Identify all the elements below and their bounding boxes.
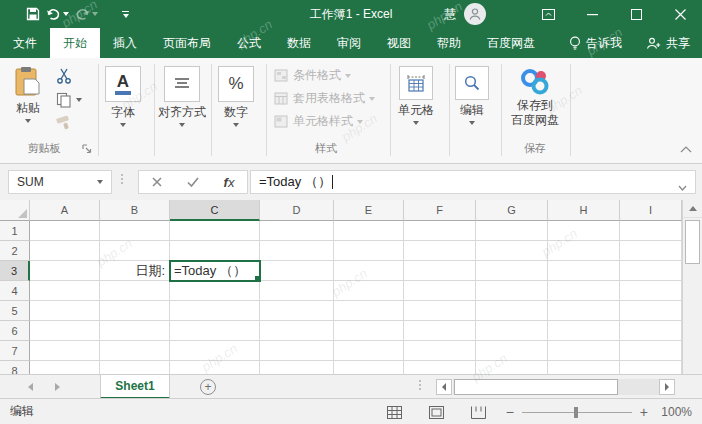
close-button[interactable] (658, 0, 702, 28)
cell-G6[interactable] (476, 321, 548, 341)
cell-C1[interactable] (170, 221, 260, 241)
name-box[interactable]: SUM (8, 170, 112, 194)
tab-view[interactable]: 视图 (374, 28, 424, 58)
cell-H4[interactable] (548, 281, 620, 301)
tab-formulas[interactable]: 公式 (224, 28, 274, 58)
tab-page-layout[interactable]: 页面布局 (150, 28, 224, 58)
cell-G4[interactable] (476, 281, 548, 301)
cell-A2[interactable] (30, 241, 100, 261)
sheet-tab-sheet1[interactable]: Sheet1 (100, 375, 170, 399)
column-header-H[interactable]: H (548, 200, 620, 221)
cell-C6[interactable] (170, 321, 260, 341)
tab-bar-splitter[interactable] (419, 380, 421, 390)
column-header-B[interactable]: B (100, 200, 170, 221)
cell-H7[interactable] (548, 341, 620, 361)
clipboard-dialog-launcher[interactable] (82, 143, 94, 155)
conditional-formatting-button[interactable]: 条件格式 (274, 67, 351, 84)
cell-E3[interactable] (334, 261, 404, 281)
row-header-2[interactable]: 2 (0, 241, 30, 261)
cell-C7[interactable] (170, 341, 260, 361)
cell-G1[interactable] (476, 221, 548, 241)
row-header-1[interactable]: 1 (0, 221, 30, 241)
cell-D4[interactable] (260, 281, 334, 301)
cell-A8[interactable] (30, 361, 100, 374)
cell-B1[interactable] (100, 221, 170, 241)
font-menu-button[interactable]: A 字体 (105, 66, 141, 127)
cell-G5[interactable] (476, 301, 548, 321)
scroll-right-button[interactable] (659, 379, 675, 395)
cell-F5[interactable] (404, 301, 476, 321)
share-button[interactable]: 共享 (634, 35, 702, 52)
column-header-C[interactable]: C (170, 200, 260, 221)
zoom-level[interactable]: 100% (648, 405, 692, 419)
cell-E4[interactable] (334, 281, 404, 301)
cell-E8[interactable] (334, 361, 404, 374)
cell-I7[interactable] (620, 341, 682, 361)
cells-menu-button[interactable]: 单元格 (398, 66, 434, 125)
tab-file[interactable]: 文件 (0, 28, 50, 58)
cell-D7[interactable] (260, 341, 334, 361)
cell-C3[interactable]: =Today （） (170, 261, 260, 281)
tab-insert[interactable]: 插入 (100, 28, 150, 58)
cell-C8[interactable] (170, 361, 260, 374)
user-avatar[interactable] (464, 3, 486, 25)
formula-bar-splitter[interactable] (121, 174, 123, 184)
zoom-slider-thumb[interactable] (574, 407, 578, 418)
number-menu-button[interactable]: % 数字 (218, 66, 254, 127)
cell-B5[interactable] (100, 301, 170, 321)
cell-D1[interactable] (260, 221, 334, 241)
cell-B8[interactable] (100, 361, 170, 374)
cell-H5[interactable] (548, 301, 620, 321)
cell-F3[interactable] (404, 261, 476, 281)
column-header-F[interactable]: F (404, 200, 476, 221)
cell-I5[interactable] (620, 301, 682, 321)
vertical-scrollbar[interactable] (682, 200, 702, 374)
page-break-preview-button[interactable] (464, 399, 494, 424)
maximize-button[interactable] (614, 0, 658, 28)
cell-A7[interactable] (30, 341, 100, 361)
cell-I4[interactable] (620, 281, 682, 301)
minimize-button[interactable] (570, 0, 614, 28)
cell-styles-button[interactable]: 单元格样式 (274, 113, 363, 130)
tab-review[interactable]: 审阅 (324, 28, 374, 58)
undo-button[interactable] (46, 8, 69, 21)
zoom-in-button[interactable]: + (640, 404, 648, 420)
cell-H2[interactable] (548, 241, 620, 261)
cell-D2[interactable] (260, 241, 334, 261)
formula-input[interactable]: =Today （） (250, 170, 696, 194)
page-layout-view-button[interactable] (422, 399, 452, 424)
cell-F8[interactable] (404, 361, 476, 374)
cell-B4[interactable] (100, 281, 170, 301)
tab-home[interactable]: 开始 (50, 28, 100, 58)
formula-bar-expand-button[interactable] (678, 179, 687, 194)
cell-C4[interactable] (170, 281, 260, 301)
scroll-up-button[interactable] (683, 200, 702, 218)
column-header-A[interactable]: A (30, 200, 100, 221)
horizontal-scrollbar[interactable] (436, 379, 676, 395)
new-sheet-button[interactable]: + (200, 379, 216, 395)
row-header-8[interactable]: 8 (0, 361, 30, 374)
cell-I2[interactable] (620, 241, 682, 261)
tab-data[interactable]: 数据 (274, 28, 324, 58)
cell-H3[interactable] (548, 261, 620, 281)
cell-B3[interactable]: 日期: (100, 261, 170, 281)
column-header-I[interactable]: I (620, 200, 682, 221)
tell-me-button[interactable]: 告诉我 (557, 35, 634, 52)
cell-A1[interactable] (30, 221, 100, 241)
customize-qat-button[interactable] (122, 11, 129, 18)
cell-A6[interactable] (30, 321, 100, 341)
cell-B7[interactable] (100, 341, 170, 361)
paste-button[interactable]: 粘贴 (14, 66, 42, 123)
tab-baidu-netdisk[interactable]: 百度网盘 (474, 28, 548, 58)
previous-sheet-button[interactable] (28, 383, 33, 391)
cell-F1[interactable] (404, 221, 476, 241)
cell-F6[interactable] (404, 321, 476, 341)
row-header-6[interactable]: 6 (0, 321, 30, 341)
cell-B6[interactable] (100, 321, 170, 341)
cell-F4[interactable] (404, 281, 476, 301)
cell-F7[interactable] (404, 341, 476, 361)
cell-E2[interactable] (334, 241, 404, 261)
zoom-out-button[interactable]: − (506, 404, 514, 420)
cell-G7[interactable] (476, 341, 548, 361)
cell-A5[interactable] (30, 301, 100, 321)
